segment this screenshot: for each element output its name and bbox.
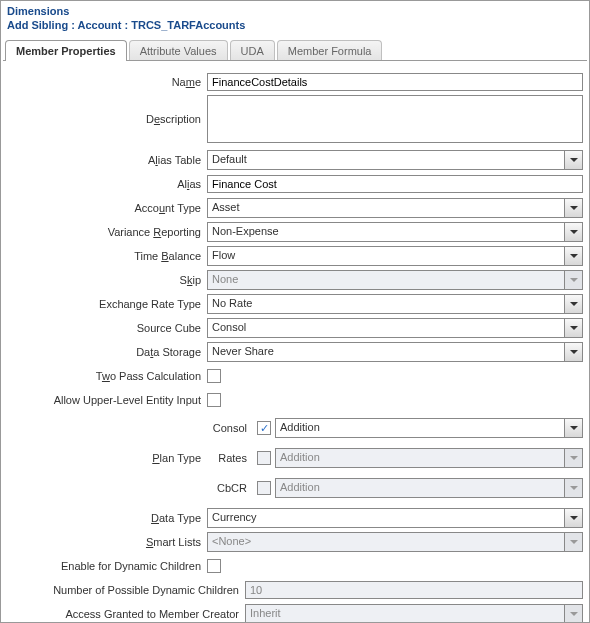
dropdown-icon — [564, 151, 582, 169]
skip-select: None — [207, 270, 583, 290]
label-alias: Alias — [7, 178, 207, 190]
label-time-balance: Time Balance — [7, 250, 207, 262]
label-access-granted: Access Granted to Member Creator — [7, 608, 245, 620]
dropdown-icon — [564, 223, 582, 241]
dropdown-icon — [564, 319, 582, 337]
label-source-cube: Source Cube — [7, 322, 207, 334]
member-properties-form: Name Description Alias Table Default Ali… — [1, 61, 589, 623]
dropdown-icon — [564, 199, 582, 217]
dropdown-icon — [564, 295, 582, 313]
allow-upper-checkbox[interactable] — [207, 393, 221, 407]
description-input[interactable] — [207, 95, 583, 143]
label-rates: Rates — [207, 452, 253, 464]
label-enable-dynamic: Enable for Dynamic Children — [7, 560, 207, 572]
label-data-storage: Data Storage — [7, 346, 207, 358]
rates-aggregation-select: Addition — [275, 448, 583, 468]
label-skip: Skip — [7, 274, 207, 286]
label-num-dynamic: Number of Possible Dynamic Children — [7, 584, 245, 596]
cbcr-aggregation-select: Addition — [275, 478, 583, 498]
tab-member-formula[interactable]: Member Formula — [277, 40, 383, 60]
dimension-editor-panel: Dimensions Add Sibling : Account : TRCS_… — [0, 0, 590, 623]
label-allow-upper: Allow Upper-Level Entity Input — [7, 394, 207, 406]
consol-aggregation-select[interactable]: Addition — [275, 418, 583, 438]
data-storage-select[interactable]: Never Share — [207, 342, 583, 362]
time-balance-select[interactable]: Flow — [207, 246, 583, 266]
dropdown-icon — [564, 419, 582, 437]
dropdown-icon — [564, 533, 582, 551]
data-type-select[interactable]: Currency — [207, 508, 583, 528]
dropdown-icon — [564, 343, 582, 361]
alias-table-select[interactable]: Default — [207, 150, 583, 170]
label-consol: Consol — [207, 422, 253, 434]
label-alias-table: Alias Table — [7, 154, 207, 166]
label-two-pass: Two Pass Calculation — [7, 370, 207, 382]
name-input[interactable] — [207, 73, 583, 91]
label-exchange-rate-type: Exchange Rate Type — [7, 298, 207, 310]
alias-input[interactable] — [207, 175, 583, 193]
num-dynamic-input — [245, 581, 583, 599]
label-smart-lists: Smart Lists — [7, 536, 207, 548]
account-type-select[interactable]: Asset — [207, 198, 583, 218]
dropdown-icon — [564, 479, 582, 497]
enable-dynamic-checkbox[interactable] — [207, 559, 221, 573]
label-cbcr: CbCR — [207, 482, 253, 494]
tab-member-properties[interactable]: Member Properties — [5, 40, 127, 61]
tab-uda[interactable]: UDA — [230, 40, 275, 60]
page-title-1: Dimensions — [7, 5, 583, 19]
label-description: Description — [7, 95, 207, 125]
smart-lists-select: <None> — [207, 532, 583, 552]
access-granted-select: Inherit — [245, 604, 583, 623]
source-cube-select[interactable]: Consol — [207, 318, 583, 338]
dropdown-icon — [564, 247, 582, 265]
label-data-type: Data Type — [7, 512, 207, 524]
page-title-2: Add Sibling : Account : TRCS_TARFAccount… — [7, 19, 583, 37]
two-pass-checkbox[interactable] — [207, 369, 221, 383]
dropdown-icon — [564, 605, 582, 623]
consol-checkbox[interactable]: ✓ — [257, 421, 271, 435]
cbcr-checkbox — [257, 481, 271, 495]
rates-checkbox — [257, 451, 271, 465]
dropdown-icon — [564, 509, 582, 527]
exchange-rate-type-select[interactable]: No Rate — [207, 294, 583, 314]
label-account-type: Account Type — [7, 202, 207, 214]
dropdown-icon — [564, 449, 582, 467]
header: Dimensions Add Sibling : Account : TRCS_… — [1, 1, 589, 39]
tab-strip: Member Properties Attribute Values UDA M… — [3, 39, 587, 61]
label-variance-reporting: Variance Reporting — [7, 226, 207, 238]
tab-attribute-values[interactable]: Attribute Values — [129, 40, 228, 60]
variance-reporting-select[interactable]: Non-Expense — [207, 222, 583, 242]
label-plan-type: Plan Type — [7, 452, 207, 464]
dropdown-icon — [564, 271, 582, 289]
label-name: Name — [7, 76, 207, 88]
